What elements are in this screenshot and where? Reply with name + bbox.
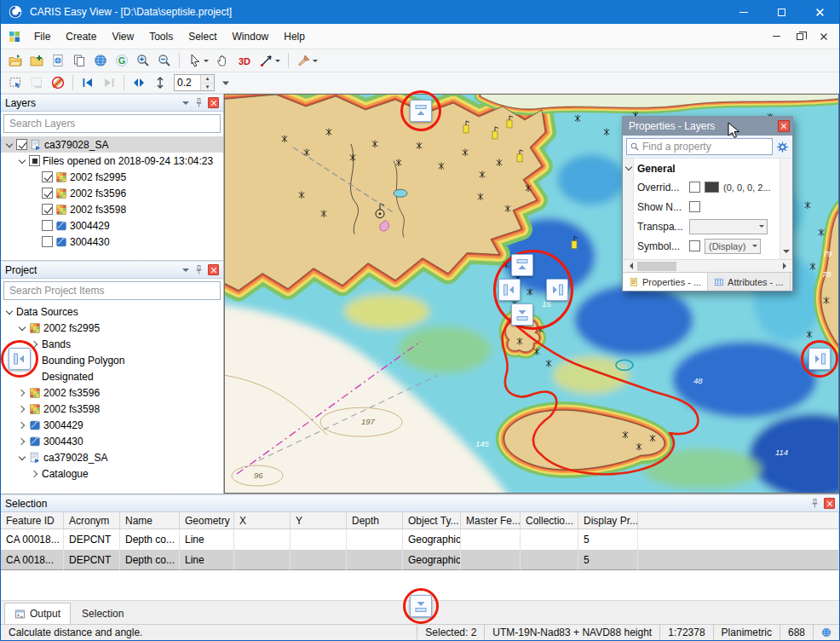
- column-header[interactable]: Display Pr...: [578, 512, 638, 529]
- checkbox-checked[interactable]: [16, 139, 27, 150]
- maximize-button[interactable]: [762, 0, 801, 24]
- dropdown-caret-icon[interactable]: [275, 60, 280, 65]
- chevron-collapsed-icon[interactable]: [17, 388, 26, 397]
- tree-item-2002-fs3596[interactable]: 2002 fs3596: [1, 384, 223, 401]
- chevron-expanded-icon[interactable]: [4, 307, 14, 316]
- zoom-in-button[interactable]: [133, 51, 153, 70]
- tree-item-bands[interactable]: Bands: [1, 336, 223, 352]
- tab-selection[interactable]: Selection: [72, 603, 133, 624]
- panel-close-button[interactable]: [208, 97, 219, 108]
- tree-item-2002-fs2995[interactable]: 2002 fs2995: [1, 169, 223, 185]
- pan-hand-button[interactable]: [213, 51, 233, 70]
- chevron-expanded-icon[interactable]: [17, 323, 26, 332]
- panel-close-button[interactable]: [824, 498, 835, 509]
- toolbar-overflow-button[interactable]: [216, 73, 236, 92]
- tree-item-3004429[interactable]: 3004429: [1, 217, 223, 234]
- column-header[interactable]: Master Fe...: [461, 512, 521, 529]
- dropdown-caret-icon[interactable]: [204, 60, 209, 65]
- column-header[interactable]: Collectio...: [521, 512, 578, 529]
- tree-item-data-sources[interactable]: Data Sources: [1, 303, 223, 320]
- checkbox-partial[interactable]: [29, 155, 40, 166]
- tree-item-2002-fs2995[interactable]: 2002 fs2995: [1, 320, 223, 336]
- checkbox-checked[interactable]: [42, 188, 53, 199]
- menu-tools[interactable]: Tools: [141, 26, 181, 48]
- status-view-mode[interactable]: Planimetric: [713, 625, 780, 640]
- tree-item-files-opened-on-2018-09-24-13-04-23[interactable]: Files opened on 2018-09-24 13:04:23: [1, 153, 223, 169]
- mdi-close-button[interactable]: [812, 27, 836, 46]
- minimize-button[interactable]: [724, 0, 762, 24]
- close-button[interactable]: [801, 0, 839, 24]
- tree-item-3004430[interactable]: 3004430: [1, 433, 223, 449]
- vertical-scrollbar[interactable]: [780, 159, 792, 259]
- column-header[interactable]: Acronym: [64, 512, 120, 529]
- dock-guide-center-down-button[interactable]: [511, 303, 533, 326]
- section-general[interactable]: General: [637, 160, 778, 177]
- edit-disabled-button[interactable]: [48, 73, 68, 92]
- clean-brush-button[interactable]: [293, 51, 321, 70]
- dock-guide-center-up-button[interactable]: [511, 254, 533, 276]
- tree-item-ca379028-sa[interactable]: ca379028_SA: [1, 449, 223, 465]
- column-header[interactable]: X: [234, 512, 291, 529]
- dock-guide-bottom-button[interactable]: [410, 595, 432, 617]
- select-area-button[interactable]: [5, 73, 26, 92]
- tree-item-bounding-polygon[interactable]: Bounding Polygon: [1, 352, 223, 368]
- mdi-minimize-button[interactable]: [764, 27, 788, 46]
- scroll-down-button[interactable]: [780, 246, 793, 259]
- open-project-button[interactable]: [5, 51, 26, 70]
- import-chart-button[interactable]: [48, 51, 68, 70]
- pin-icon[interactable]: [193, 264, 204, 276]
- tree-item-catalogue[interactable]: Catalogue: [1, 465, 223, 482]
- select-subtract-button[interactable]: [26, 73, 47, 92]
- dock-guide-right-button[interactable]: [808, 348, 831, 370]
- tree-item-designated[interactable]: Designated: [1, 368, 223, 384]
- chevron-collapsed-icon[interactable]: [17, 436, 26, 446]
- chevron-collapsed-icon[interactable]: [17, 404, 26, 413]
- tab-attributes[interactable]: Attributes - ...: [708, 273, 790, 291]
- google-earth-button[interactable]: [112, 51, 132, 70]
- mdi-restore-button[interactable]: [788, 27, 812, 46]
- property-search-input[interactable]: [642, 141, 769, 153]
- view-3d-button[interactable]: [234, 51, 255, 70]
- zoom-out-button[interactable]: [154, 51, 175, 70]
- chevron-expanded-icon[interactable]: [624, 163, 633, 172]
- scrollbar-thumb[interactable]: [637, 262, 676, 271]
- gear-icon[interactable]: [776, 141, 789, 153]
- panel-close-button[interactable]: [208, 264, 219, 275]
- status-crs[interactable]: UTM-19N-Nad83 + NAVD88 height: [484, 625, 659, 640]
- spinner-down-button[interactable]: ▼: [201, 84, 214, 91]
- chevron-collapsed-icon[interactable]: [30, 339, 39, 349]
- fit-extents-button[interactable]: [129, 73, 149, 92]
- tree-item-ca379028-sa[interactable]: ca379028_SA: [1, 136, 223, 153]
- checkbox-unchecked[interactable]: [42, 220, 53, 231]
- symbology-checkbox[interactable]: [689, 240, 700, 251]
- menu-select[interactable]: Select: [181, 26, 224, 48]
- pin-icon[interactable]: [808, 498, 820, 510]
- status-scale[interactable]: 1:72378: [659, 625, 712, 640]
- checkbox-checked[interactable]: [42, 171, 53, 182]
- chevron-expanded-icon[interactable]: [4, 140, 14, 149]
- horizontal-scrollbar[interactable]: [623, 259, 792, 272]
- dock-guide-center-left-button[interactable]: [498, 279, 521, 301]
- table-row[interactable]: CA 0018...DEPCNTDepth co...LineGeographi…: [1, 550, 839, 570]
- world-button[interactable]: [90, 51, 111, 70]
- checkbox-checked[interactable]: [42, 204, 53, 215]
- next-extent-button[interactable]: [99, 73, 119, 92]
- tab-output[interactable]: Output: [4, 603, 71, 624]
- menu-help[interactable]: Help: [276, 26, 313, 48]
- pin-icon[interactable]: [193, 97, 204, 109]
- column-header[interactable]: Y: [291, 512, 347, 529]
- menu-create[interactable]: Create: [58, 26, 104, 48]
- tree-item-2002-fs3598[interactable]: 2002 fs3598: [1, 401, 223, 417]
- chevron-collapsed-icon[interactable]: [30, 469, 39, 478]
- menu-window[interactable]: Window: [225, 26, 277, 48]
- exaggeration-input[interactable]: [175, 75, 200, 90]
- panel-menu-icon[interactable]: [182, 269, 189, 275]
- spinner-up-button[interactable]: ▲: [201, 75, 214, 84]
- table-row[interactable]: CA 00018...DEPCNTDepth co...LineGeograph…: [1, 529, 839, 550]
- tree-item-2002-fs3598[interactable]: 2002 fs3598: [1, 201, 223, 217]
- column-header[interactable]: Geometry: [180, 512, 234, 529]
- tab-properties[interactable]: Properties - ...: [623, 273, 708, 291]
- override-checkbox[interactable]: [689, 182, 700, 193]
- chevron-expanded-icon[interactable]: [17, 156, 26, 165]
- dock-guide-center-right-button[interactable]: [546, 279, 568, 301]
